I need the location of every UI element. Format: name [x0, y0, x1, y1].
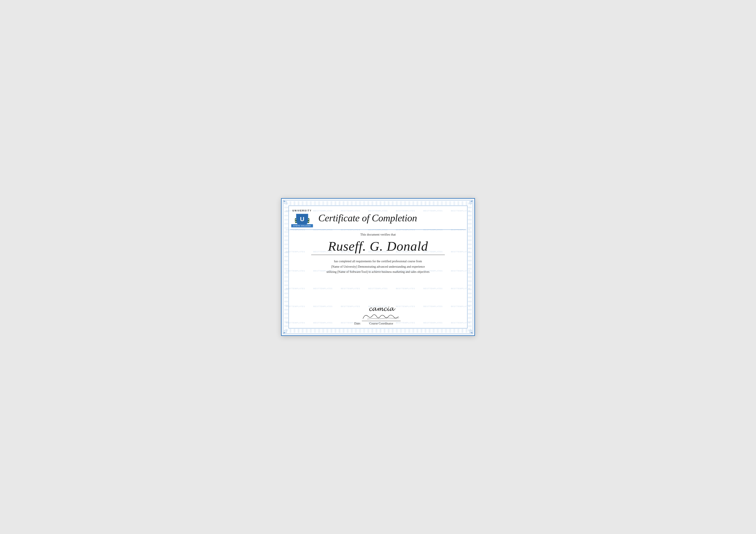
- signature-block: 𝓬𝓪𝓶𝓬𝓲𝓪 Course Coordinator: [361, 304, 402, 325]
- shield-wrap: U STATE COLLEGE: [294, 212, 310, 227]
- deco-right: [468, 201, 472, 333]
- deco-left: [284, 201, 288, 333]
- deco-bottom: [284, 329, 472, 333]
- certificate-title: Certificate of Completion: [318, 213, 466, 224]
- description-line1: has completed all requirements for the c…: [334, 260, 422, 263]
- coordinator-label: Course Coordinator: [369, 322, 393, 325]
- header-row: UNIVERSITY U: [290, 210, 466, 227]
- signature-line: [362, 321, 401, 321]
- recipient-name: Ruseff. G. Donald: [328, 239, 428, 254]
- verifies-text: This document verifies that: [360, 233, 396, 237]
- signature-svg: [361, 312, 402, 321]
- date-block: Date:: [354, 322, 361, 325]
- date-label: Date:: [354, 322, 361, 325]
- certificate: BestTemplates BestTemplates BestTemplate…: [281, 198, 475, 336]
- name-underline: [311, 255, 445, 255]
- deco-top: [284, 201, 472, 205]
- footer-row: Date: 𝓬𝓪𝓶𝓬𝓲𝓪 Course Coordinator: [354, 302, 402, 327]
- description-line2: [Name of University] Demonstrating advan…: [331, 265, 425, 268]
- certificate-content: UNIVERSITY U: [290, 207, 466, 327]
- svg-text:U: U: [300, 216, 304, 222]
- certificate-title-block: Certificate of Completion: [314, 213, 466, 224]
- university-label: UNIVERSITY: [292, 210, 312, 212]
- signature: 𝓬𝓪𝓶𝓬𝓲𝓪: [368, 304, 394, 312]
- description-text: has completed all requirements for the c…: [327, 259, 429, 275]
- state-college-label: STATE COLLEGE: [291, 224, 313, 227]
- university-logo: UNIVERSITY U: [290, 210, 314, 227]
- certificate-body: This document verifies that Ruseff. G. D…: [290, 230, 466, 327]
- description-line3: utilizing [Name of Software/Tool] to ach…: [327, 270, 429, 273]
